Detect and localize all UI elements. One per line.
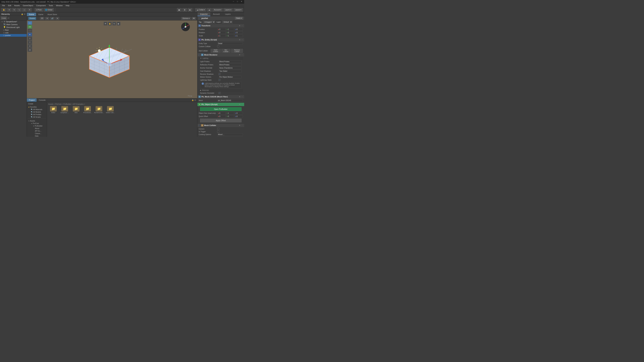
file-icosphere[interactable]: 📁 Icosphere ... [60,106,70,113]
rotation-x-field[interactable]: X 0 [217,31,226,34]
proj-about[interactable]: About [28,127,46,130]
proj-all-materials[interactable]: 🔍 All Materials [28,108,46,111]
insp-tab-account[interactable]: Account [210,12,222,16]
pb-object-header[interactable]: S Pb_Object (Script) ⚙ ⋮ [198,103,244,106]
hierarchy-item-coin[interactable]: □ coin [0,31,27,34]
transform-ctrl-1[interactable]: ⚙ [239,25,241,26]
proj-favorites[interactable]: ★ Favorites [28,106,46,108]
minimize-button[interactable]: ─ [232,0,235,3]
mesh-collider-ctrl-1[interactable]: ⚙ [239,124,241,126]
pb-object-ctrl-2[interactable]: ⋮ [241,104,243,105]
proj-api-ex[interactable]: API Ex... [28,130,46,132]
gizmos-btn[interactable]: Gizmos ▾ [181,17,191,20]
file-misc[interactable]: 📁 Misc [71,106,81,113]
scene-eye-icon[interactable]: 👁 [104,22,107,25]
menu-gameobject[interactable]: GameObject [22,4,34,7]
proj-assets[interactable]: ▼ Assets [28,120,46,122]
mesh-filter-header[interactable]: M Pb_Mesh-318140 (Mesh Filter) ⚙ ⋮ [198,95,244,98]
collab-button[interactable]: ☁ Collab ▾ [195,8,206,12]
file-editor[interactable]: 📁 Editor [48,106,58,113]
lighting-btn[interactable]: ☀ [45,17,49,20]
hierarchy-item-floor[interactable]: □ floor [0,29,27,31]
scene-btn-3d[interactable]: 3D [28,48,32,52]
scene-btn-blue[interactable]: ■ [28,33,32,36]
qo-z[interactable]: Z 0 [234,115,243,118]
mesh-filter-ctrl-2[interactable]: ⋮ [241,96,243,97]
pb-entity-header[interactable]: E Pb_Entity (Script) ⚙ ⋮ [198,38,244,41]
mesh-renderer-header[interactable]: M Mesh Renderer ⚙ ⋮ [198,53,244,56]
account-button[interactable]: Account ▾ [212,8,223,12]
is-trigger-checkbox[interactable] [217,131,219,133]
scene-btn-arrows[interactable]: →→ [28,29,32,32]
rect-tool[interactable]: ▭ [22,8,27,12]
cloud-button[interactable]: ☁ [207,8,212,12]
rotation-z-field[interactable]: Z 0 [234,31,243,34]
tab-scene[interactable]: Scene [27,13,36,16]
hierarchy-item-directional-light[interactable]: 💡 Directional Light [0,26,27,29]
pause-button[interactable]: ⏸ [182,8,187,12]
collider-material-value[interactable]: None (Physic Material) [217,136,243,137]
mesh-filter-mesh-value[interactable]: pb_Mesh-318140 [217,99,243,102]
insp-tab-layers[interactable]: Layers [222,12,233,16]
play-button[interactable]: ▶ [177,8,182,12]
motion-vectors-value[interactable]: Per Object Motion [218,76,242,78]
layer-select[interactable]: Default [222,21,232,23]
scene-btn-x[interactable]: X [28,36,32,40]
apply-offset-btn[interactable]: Apply Offset [200,119,242,122]
menu-component[interactable]: Component [35,4,47,7]
static-button[interactable]: Static ▾ [235,17,243,19]
proj-all-prefabs[interactable]: 🔍 All Prefabs [28,113,46,116]
light-probes-value[interactable]: Blend Probes [218,60,242,63]
menu-file[interactable]: File [1,4,6,7]
scene-btn-1[interactable]: 1 [28,21,32,25]
proj-create[interactable]: Create [28,103,46,105]
scale-x-field[interactable]: X 1 [217,34,226,37]
transform-header[interactable]: T Transform ⚙ ⋮ [198,24,244,27]
multi-tool[interactable]: ✦ [27,8,32,12]
custom-collider-checkbox[interactable] [217,45,219,47]
scale-tool[interactable]: ⤡ [17,8,22,12]
audio-btn[interactable]: 🔊 [50,17,54,20]
mesh-collider-header[interactable]: C Mesh Collider ⚙ ⋮ [198,124,244,127]
scene-btn-z[interactable]: Z [28,44,32,48]
mesh-filter-ctrl-1[interactable]: ⚙ [239,96,241,97]
proj-all-models[interactable]: 🔍 All Models [28,111,46,113]
file-runtime[interactable]: 📁 Runtime Edi... [94,106,104,113]
lightmap-static-checkbox[interactable] [218,79,220,81]
step-button[interactable]: ⏭ [188,8,192,12]
proj-probuilder[interactable]: ▼ ProBuilder [28,125,46,127]
position-y-field[interactable]: Y 1 [226,28,234,31]
hand-tool[interactable]: ✋ [1,8,6,12]
qo-x[interactable]: X 0 [217,115,226,118]
pb-object-ctrl-1[interactable]: ⚙ [239,104,241,105]
scene-move-icon[interactable]: ✋ [108,22,112,25]
proj-procore[interactable]: ▼ ProCore [28,122,46,125]
convex-checkbox[interactable] [217,128,219,130]
scene-btn-y[interactable]: Y [28,40,32,44]
scale-y-field[interactable]: Y 1 [226,34,234,37]
layout-button[interactable]: Layout ▾ [234,8,243,12]
dynamic-occluded-checkbox[interactable] [218,92,220,94]
file-procedural[interactable]: 📁 Procedural... [82,106,92,113]
scene-view[interactable]: 👁 ✋ ↻ ▶ 1 ON →→ ■ X Y Z 3D [27,20,197,98]
rotation-y-field[interactable]: Y 0 [226,31,234,34]
open-probuilder-btn[interactable]: Open ProBuilder [200,107,242,111]
menu-tools[interactable]: Tools [47,4,54,7]
hierarchy-item-main-camera[interactable]: 📷 Main Camera [0,23,27,26]
2d-btn[interactable]: 2D [40,17,44,20]
hierarchy-scene-root[interactable]: ▼ 🎬 SampleScene* [0,20,27,23]
rotate-tool[interactable]: ↻ [12,8,16,12]
mesh-renderer-toggle[interactable] [198,54,200,56]
tab-console[interactable]: Console [37,98,48,102]
file-vertex[interactable]: 📁 Vertex Colo... [105,106,116,113]
qo-y[interactable]: Y 0 [226,115,234,118]
pb-entity-ctrl-1[interactable]: ⚙ [239,39,241,40]
menu-help[interactable]: Help [64,4,71,7]
scene-gizmo[interactable]: X Y Z [180,22,190,32]
scene-btn-on[interactable]: ON [28,25,32,29]
move-tool[interactable]: ✛ [7,8,12,12]
menu-assets[interactable]: Assets [13,4,21,7]
menu-edit[interactable]: Edit [7,4,12,7]
tab-project[interactable]: Project [27,98,37,102]
pb-entity-ctrl-2[interactable]: ⋮ [241,39,243,40]
